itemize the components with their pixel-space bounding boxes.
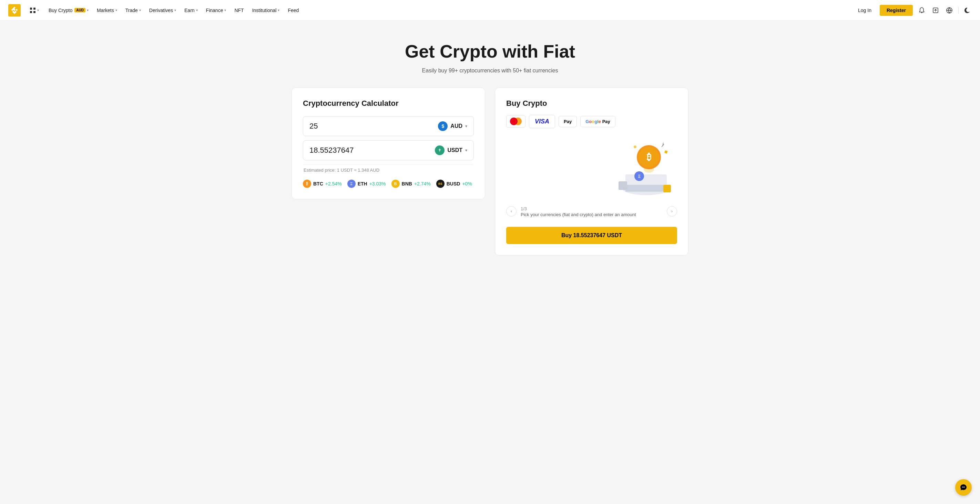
eth-icon: Ξ [347, 180, 356, 188]
prev-step-icon: ‹ [511, 209, 512, 214]
crypto-currency-label: USDT [447, 147, 463, 153]
crypto-chevron-icon: ▾ [465, 148, 467, 153]
gpay-o2: o [592, 119, 594, 124]
nav-buy-crypto[interactable]: Buy Crypto AUD ▾ [45, 5, 92, 15]
fiat-value: 25 [309, 122, 318, 131]
grid-menu-btn[interactable]: ▾ [26, 5, 42, 16]
institutional-chevron: ▾ [278, 8, 280, 12]
main-content: Cryptocurrency Calculator 25 $ AUD ▾ 18.… [283, 88, 697, 269]
aud-icon: $ [438, 121, 448, 131]
crypto-currency-select[interactable]: USDT ▾ [435, 145, 467, 155]
login-button[interactable]: Log In [854, 5, 876, 15]
btc-change: +2.54% [325, 181, 342, 187]
svg-point-22 [962, 487, 963, 488]
nav-derivatives[interactable]: Derivatives ▾ [146, 5, 180, 15]
nav-trade[interactable]: Trade ▾ [122, 5, 145, 15]
earn-label: Earn [185, 8, 195, 13]
grid-chevron-icon: ▾ [37, 8, 39, 12]
svg-rect-10 [619, 181, 627, 190]
fiat-chevron-icon: ▾ [465, 124, 467, 129]
busd-change: +0% [462, 181, 472, 187]
trade-label: Trade [126, 8, 138, 13]
finance-label: Finance [206, 8, 223, 13]
nav-feed[interactable]: Feed [284, 5, 302, 15]
fiat-currency-select[interactable]: $ AUD ▾ [438, 121, 467, 131]
nav-divider [958, 7, 959, 14]
navbar: ▾ Buy Crypto AUD ▾ Markets ▾ Trade ▾ Der… [0, 0, 980, 21]
step-number: 1/3 [521, 206, 663, 211]
nav-finance[interactable]: Finance ▾ [203, 5, 230, 15]
prev-step-button[interactable]: ‹ [506, 206, 517, 217]
nav-markets[interactable]: Markets ▾ [93, 5, 121, 15]
btc-icon: ₿ [303, 180, 311, 188]
nav-items: Buy Crypto AUD ▾ Markets ▾ Trade ▾ Deriv… [45, 5, 851, 15]
bnb-change: +2.74% [414, 181, 431, 187]
bitcoin-illustration: Ξ ₿ [608, 137, 677, 199]
fiat-currency-label: AUD [450, 123, 463, 129]
nft-label: NFT [234, 8, 243, 13]
feed-label: Feed [288, 8, 299, 13]
estimated-price: Estimated price: 1 USDT ≈ 1.348 AUD [304, 164, 473, 173]
bnb-name: BNB [402, 181, 412, 187]
crypto-badges: ₿ BTC +2.54% Ξ ETH +3.03% B BNB +2.74% B… [303, 180, 474, 188]
svg-point-24 [964, 487, 965, 488]
earn-chevron: ▾ [196, 8, 198, 12]
step-total: /3 [523, 206, 527, 211]
bnb-icon: B [391, 180, 400, 188]
theme-toggle[interactable] [963, 6, 972, 15]
derivatives-label: Derivatives [149, 8, 173, 13]
brand-logo[interactable] [8, 4, 21, 16]
gpay-g2: g [594, 119, 597, 124]
svg-rect-3 [30, 11, 32, 13]
apple-pay-payment: Pay [558, 116, 577, 127]
step-info: 1/3 Pick your currencies (fiat and crypt… [521, 206, 663, 217]
bnb-badge[interactable]: B BNB +2.74% [391, 180, 431, 188]
nav-institutional[interactable]: Institutional ▾ [249, 5, 283, 15]
eth-name: ETH [358, 181, 368, 187]
svg-rect-1 [30, 8, 32, 10]
apple-pay-logo: Pay [562, 118, 573, 125]
trade-chevron: ▾ [139, 8, 141, 12]
next-step-icon: › [671, 209, 673, 214]
gpay-g: G [585, 119, 589, 124]
buy-crypto-label: Buy Crypto [49, 8, 72, 13]
hero-section: Get Crypto with Fiat Easily buy 99+ cryp… [0, 21, 980, 88]
finance-chevron: ▾ [224, 8, 226, 12]
gpay-logo: Google Pay [584, 118, 612, 125]
upload-button[interactable] [931, 5, 940, 15]
btc-name: BTC [313, 181, 323, 187]
derivatives-chevron: ▾ [174, 8, 176, 12]
mastercard-icon [510, 118, 522, 125]
markets-chevron: ▾ [115, 8, 117, 12]
step-description: Pick your currencies (fiat and crypto) a… [521, 212, 663, 217]
visa-logo: VISA [533, 117, 551, 126]
svg-rect-18 [664, 150, 668, 154]
buy-button[interactable]: Buy 18.55237647 USDT [506, 227, 677, 244]
nav-nft[interactable]: NFT [231, 5, 247, 15]
svg-rect-4 [33, 11, 35, 13]
gpay-pay: Pay [602, 119, 610, 124]
nav-earn[interactable]: Earn ▾ [181, 5, 201, 15]
chat-bubble[interactable] [955, 479, 972, 496]
notifications-button[interactable] [917, 5, 927, 15]
globe-button[interactable] [945, 5, 954, 15]
eth-badge[interactable]: Ξ ETH +3.03% [347, 180, 386, 188]
calculator-title: Cryptocurrency Calculator [303, 99, 474, 108]
visa-payment: VISA [529, 115, 555, 128]
svg-line-20 [663, 143, 663, 146]
calculator-card: Cryptocurrency Calculator 25 $ AUD ▾ 18.… [291, 88, 485, 199]
register-button[interactable]: Register [880, 5, 913, 16]
eth-change: +3.03% [369, 181, 386, 187]
svg-text:Ξ: Ξ [638, 174, 641, 179]
payment-methods: VISA Pay Google Pay [506, 115, 677, 128]
navbar-right: Log In Register [854, 5, 972, 16]
crypto-input-group[interactable]: 18.55237647 USDT ▾ [303, 140, 474, 160]
next-step-button[interactable]: › [667, 206, 677, 217]
svg-rect-9 [625, 185, 667, 192]
fiat-input-group[interactable]: 25 $ AUD ▾ [303, 116, 474, 136]
svg-point-23 [963, 487, 964, 488]
google-pay-payment: Google Pay [580, 116, 616, 127]
btc-badge[interactable]: ₿ BTC +2.54% [303, 180, 342, 188]
gpay-e: e [598, 119, 601, 124]
busd-badge[interactable]: B$ BUSD +0% [436, 180, 472, 188]
